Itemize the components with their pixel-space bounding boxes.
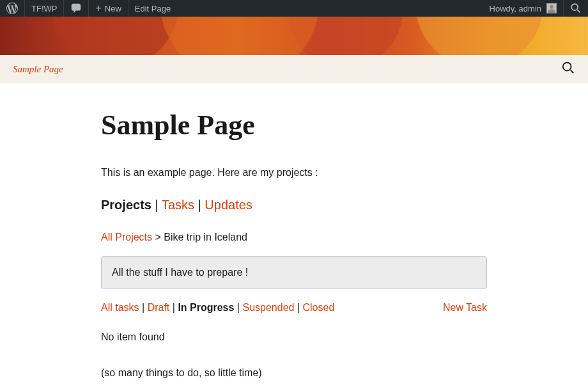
page-title: Sample Page: [101, 109, 487, 141]
wp-logo-menu[interactable]: [0, 0, 25, 17]
tab-projects[interactable]: Projects: [101, 198, 151, 212]
filter-draft[interactable]: Draft: [148, 302, 170, 313]
project-description-box: All the stuff I have to prepare !: [101, 256, 487, 289]
tab-updates[interactable]: Updates: [205, 198, 252, 212]
breadcrumb: All Projects > Bike trip in Iceland: [101, 232, 487, 243]
edit-page-link[interactable]: Edit Page: [128, 0, 177, 17]
search-icon: [570, 3, 582, 14]
svg-line-2: [578, 10, 580, 13]
filter-suspended[interactable]: Suspended: [242, 302, 294, 313]
new-task-link[interactable]: New Task: [443, 302, 487, 314]
wp-admin-bar: TF!WP + New Edit Page Howdy, admin: [0, 0, 588, 17]
avatar: [546, 3, 557, 13]
wordpress-icon: [6, 3, 18, 14]
site-name-menu[interactable]: TF!WP: [25, 0, 64, 17]
breadcrumb-all-projects[interactable]: All Projects: [101, 232, 152, 242]
footnote-text: (so many things to do, so little time): [101, 367, 487, 379]
page-content: Sample Page This is an example page. Her…: [0, 83, 487, 389]
user-account-menu[interactable]: Howdy, admin: [483, 0, 564, 17]
no-item-message: No item found: [101, 331, 487, 343]
site-nav: Sample Page: [0, 55, 588, 83]
nav-sample-page[interactable]: Sample Page: [13, 64, 63, 75]
svg-point-1: [571, 4, 578, 10]
svg-point-3: [563, 63, 571, 71]
plus-icon: +: [95, 3, 101, 14]
new-label: New: [105, 4, 121, 13]
new-content-menu[interactable]: + New: [89, 0, 128, 17]
tab-tasks[interactable]: Tasks: [162, 198, 194, 212]
site-name-label: TF!WP: [31, 4, 57, 13]
tab-nav: Projects | Tasks | Updates: [101, 198, 487, 212]
greeting-label: Howdy, admin: [490, 4, 541, 13]
admin-search-button[interactable]: [564, 0, 588, 17]
comment-icon: [70, 3, 82, 14]
svg-line-4: [571, 70, 574, 74]
site-search-button[interactable]: [561, 61, 575, 77]
filter-closed[interactable]: Closed: [303, 302, 335, 313]
task-filter-row: All tasks | Draft | In Progress | Suspen…: [101, 302, 487, 314]
comments-menu[interactable]: [64, 0, 89, 17]
task-filters: All tasks | Draft | In Progress | Suspen…: [101, 302, 334, 314]
search-icon: [561, 61, 575, 75]
site-banner: [0, 17, 588, 55]
breadcrumb-current: Bike trip in Iceland: [164, 232, 247, 242]
filter-all-tasks[interactable]: All tasks: [101, 302, 139, 313]
intro-text: This is an example page. Here are my pro…: [101, 167, 487, 179]
edit-page-label: Edit Page: [135, 4, 171, 13]
svg-point-0: [550, 5, 553, 9]
filter-in-progress[interactable]: In Progress: [178, 302, 234, 313]
